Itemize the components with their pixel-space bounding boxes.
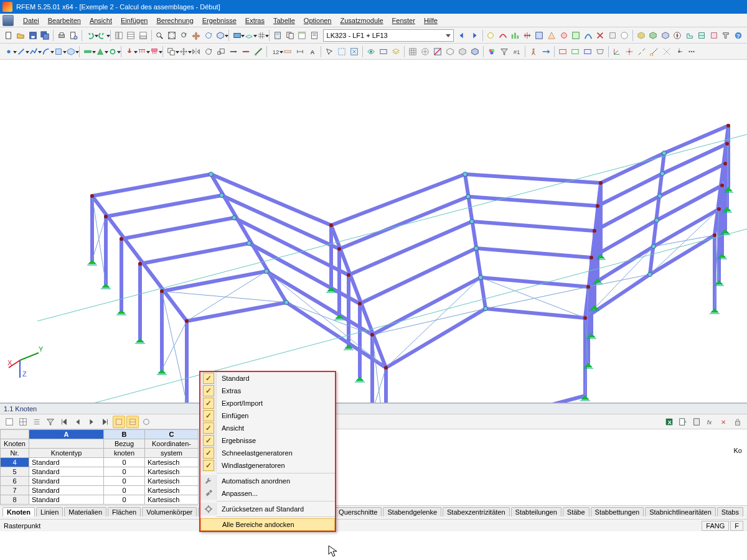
cube-1-icon[interactable] — [636, 30, 647, 41]
shape-2-icon[interactable] — [697, 30, 708, 41]
new-file-icon[interactable] — [3, 30, 14, 41]
menu-bearbeiten[interactable]: Bearbeiten — [48, 17, 81, 24]
number-icon[interactable]: 12 — [270, 46, 281, 57]
menu-ansicht[interactable]: Ansicht — [90, 17, 112, 24]
result-5-icon[interactable] — [558, 30, 570, 41]
menu-optionen[interactable]: Optionen — [304, 17, 332, 24]
navigator-icon[interactable] — [113, 30, 125, 41]
table-opt-icon[interactable] — [140, 416, 153, 428]
table-row[interactable]: 4Standard0Kartesisch — [1, 458, 199, 467]
model-viewport[interactable]: Z X Y — [0, 60, 747, 403]
result-9-icon[interactable] — [607, 30, 618, 41]
result-3-icon[interactable] — [534, 30, 545, 41]
menu-ergebnisse[interactable]: Ergebnisse — [202, 17, 237, 24]
toolbar-context-menu[interactable]: ✓Standard ✓Extras ✓Export/Import ✓Einfüg… — [199, 371, 336, 532]
table-list-icon[interactable] — [31, 416, 43, 428]
persp-icon[interactable] — [594, 46, 606, 57]
guides-icon[interactable] — [661, 46, 672, 57]
result-8-icon[interactable] — [594, 30, 606, 41]
tab-stabbettungen[interactable]: Stabbettungen — [591, 507, 644, 516]
zoom-window-icon[interactable] — [154, 30, 166, 41]
select-icon[interactable] — [324, 46, 335, 57]
menu-einfuegen[interactable]: Einfügen — [121, 17, 148, 24]
table-excel-icon[interactable]: X — [663, 416, 675, 428]
axis-icon[interactable] — [611, 46, 622, 57]
shape-3-icon[interactable] — [708, 30, 720, 41]
connect-tool-icon[interactable] — [253, 46, 264, 57]
load-line-icon[interactable] — [136, 46, 148, 57]
select-window-icon[interactable] — [336, 46, 347, 57]
prev-lc-icon[interactable] — [457, 30, 468, 41]
select-special-icon[interactable] — [349, 46, 360, 57]
table-row[interactable]: 6Standard0Kartesisch — [1, 477, 199, 486]
table-calc-icon[interactable] — [690, 416, 703, 428]
render-3-icon[interactable] — [469, 46, 481, 57]
grid-snap-icon[interactable] — [624, 46, 635, 57]
menu-bar[interactable]: Datei Bearbeiten Ansicht Einfügen Berech… — [0, 14, 747, 27]
menu-tabelle[interactable]: Tabelle — [273, 17, 295, 24]
result-2-icon[interactable] — [522, 30, 533, 41]
menu-datei[interactable]: Datei — [23, 17, 39, 24]
surface-icon[interactable] — [53, 46, 64, 57]
table-row[interactable]: 7Standard0Kartesisch — [1, 486, 199, 495]
table-grid-icon[interactable] — [17, 416, 29, 428]
ctx-schnee[interactable]: ✓Schneelastgeneratoren — [200, 447, 335, 459]
result-toggle-icon[interactable] — [486, 30, 497, 41]
menu-hilfe[interactable]: Hilfe — [424, 17, 438, 24]
next-lc-icon[interactable] — [469, 30, 480, 41]
ctx-export[interactable]: ✓Export/Import — [200, 397, 335, 409]
open-file-icon[interactable] — [16, 30, 27, 41]
text-icon[interactable]: A — [307, 46, 318, 57]
print-preview-icon[interactable] — [68, 30, 80, 41]
menu-zusatzmodule[interactable]: Zusatzmodule — [341, 17, 383, 24]
member-icon[interactable] — [82, 46, 93, 57]
bottom-tabs[interactable]: Knoten Linien Materialien Flächen Volume… — [0, 505, 747, 519]
print-icon[interactable] — [56, 30, 67, 41]
section-icon[interactable] — [721, 30, 732, 41]
ctx-standard[interactable]: ✓Standard — [200, 372, 335, 385]
menu-berechnung[interactable]: Berechnung — [156, 17, 193, 24]
table-lock-icon[interactable] — [731, 416, 744, 428]
ctx-dock-all[interactable]: Alle Bereiche andocken — [200, 518, 335, 531]
tab-staebe[interactable]: Stäbe — [563, 507, 590, 516]
extend-tool-icon[interactable] — [228, 46, 239, 57]
ctx-extras[interactable]: ✓Extras — [200, 385, 335, 397]
table-export-icon[interactable] — [677, 416, 689, 428]
calc-icon[interactable] — [272, 30, 283, 41]
arc-icon[interactable] — [40, 46, 52, 57]
node-icon[interactable] — [3, 46, 14, 57]
tab-querschnitte[interactable]: Querschnitte — [334, 507, 382, 516]
status-fang[interactable]: FANG — [702, 521, 729, 531]
status-f[interactable]: F — [730, 521, 743, 531]
zoom-prev-icon[interactable] — [179, 30, 190, 41]
table-row[interactable]: 5Standard0Kartesisch — [1, 467, 199, 477]
redo-icon[interactable] — [97, 30, 108, 41]
data-grid[interactable]: A B C Knoten Bezug Koordinaten- Nr. Knot… — [0, 429, 747, 505]
col-header-c[interactable]: C — [145, 430, 199, 439]
panel-toggle-icon[interactable] — [138, 30, 149, 41]
table-row[interactable]: 8Standard0Kartesisch — [1, 495, 199, 505]
local-cs-icon[interactable] — [674, 46, 685, 57]
tab-stabteilungen[interactable]: Stabteilungen — [511, 507, 561, 516]
tab-volumenkoerper[interactable]: Volumenkörper — [142, 507, 197, 516]
solid-icon[interactable] — [65, 46, 77, 57]
snap-end-icon[interactable] — [649, 46, 660, 57]
result-4-icon[interactable] — [546, 30, 557, 41]
load-node-icon[interactable] — [124, 46, 135, 57]
measure-icon[interactable] — [282, 46, 293, 57]
rotate-icon[interactable] — [203, 30, 214, 41]
fe-mesh-icon[interactable] — [407, 46, 418, 57]
table-first-icon[interactable] — [58, 416, 70, 428]
tab-materialien[interactable]: Materialien — [64, 507, 106, 516]
tab-stabs[interactable]: Stabs — [717, 507, 743, 516]
ctx-reset[interactable]: Zurücksetzen auf Standard — [200, 503, 335, 515]
table-prev-icon[interactable] — [72, 416, 84, 428]
dimension-icon[interactable] — [294, 46, 306, 57]
table-toggle-1-icon[interactable] — [113, 416, 125, 428]
copy-tool-icon[interactable] — [166, 46, 177, 57]
calc-all-icon[interactable] — [284, 30, 296, 41]
polyline-icon[interactable] — [28, 46, 39, 57]
tab-knoten[interactable]: Knoten — [2, 507, 35, 516]
table-last-icon[interactable] — [99, 416, 111, 428]
ctx-auto-anordnen[interactable]: Automatisch anordnen — [200, 475, 335, 487]
